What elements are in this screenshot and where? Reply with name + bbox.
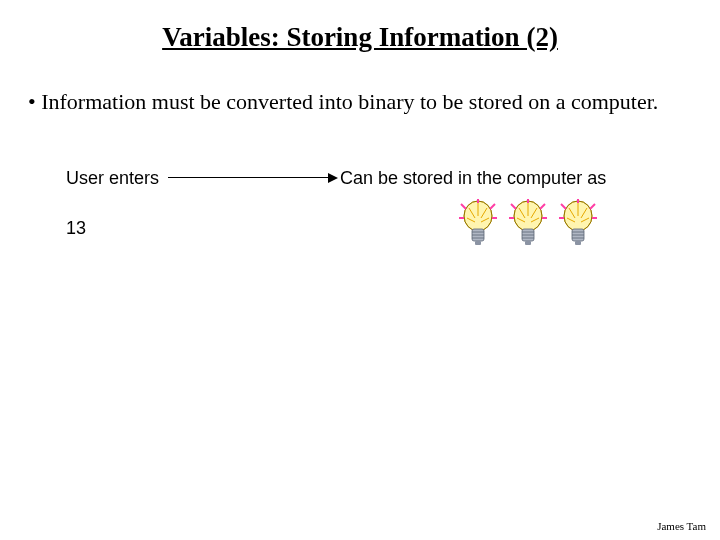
svg-rect-30 [575, 241, 581, 245]
input-value: 13 [66, 218, 86, 239]
arrow-icon [168, 177, 338, 179]
arrow-line [168, 177, 330, 178]
bulb-row [455, 198, 601, 248]
svg-line-7 [461, 204, 466, 209]
svg-line-32 [590, 204, 595, 209]
footer-author: James Tam [657, 520, 706, 532]
bullet-item: • Information must be converted into bin… [28, 88, 688, 116]
svg-line-20 [540, 204, 545, 209]
bullet-text: Information must be converted into binar… [41, 89, 658, 114]
svg-line-8 [490, 204, 495, 209]
slide-title: Variables: Storing Information (2) [0, 22, 720, 53]
stored-as-label: Can be stored in the computer as [340, 168, 606, 189]
svg-line-31 [561, 204, 566, 209]
user-enters-label: User enters [66, 168, 159, 189]
svg-rect-18 [525, 241, 531, 245]
lightbulb-icon [555, 198, 601, 248]
slide: Variables: Storing Information (2) • Inf… [0, 0, 720, 540]
bullet-marker: • [28, 88, 36, 116]
lightbulb-icon [505, 198, 551, 248]
arrow-head [328, 173, 338, 183]
lightbulb-icon [455, 198, 501, 248]
svg-line-19 [511, 204, 516, 209]
svg-rect-6 [475, 241, 481, 245]
